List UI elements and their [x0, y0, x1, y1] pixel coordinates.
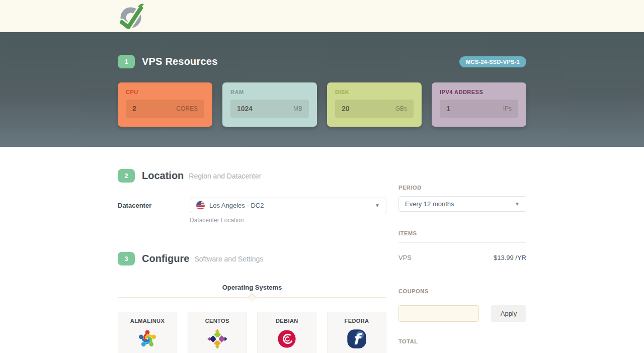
- ipv4-value: 1: [446, 105, 450, 113]
- items-label: ITEMS: [398, 230, 526, 236]
- resource-card-disk: DISK 20 GBs: [327, 82, 422, 127]
- cpu-value: 2: [132, 105, 136, 113]
- us-flag-icon: [196, 201, 205, 210]
- datacenter-helper-text: Datacenter Location: [190, 217, 386, 224]
- section-title-configure: Configure: [142, 253, 189, 264]
- resource-card-ram: RAM 1024 MB: [222, 82, 317, 127]
- step-number-1: 1: [118, 55, 135, 68]
- period-select[interactable]: Every 12 months ▼: [398, 196, 526, 212]
- debian-icon: [276, 328, 298, 350]
- datacenter-field-label: Datacenter: [118, 198, 190, 224]
- disk-gb-input[interactable]: 20 GBs: [335, 100, 414, 118]
- items-divider: [398, 242, 526, 243]
- active-tab-notch-icon: [247, 293, 256, 302]
- configure-section-header: 3 Configure Software and Settings: [118, 252, 386, 266]
- period-selected-value: Every 12 months: [405, 200, 454, 208]
- ram-mb-input[interactable]: 1024 MB: [230, 100, 309, 118]
- almalinux-icon: [136, 328, 158, 350]
- cpu-unit: CORES: [176, 105, 198, 112]
- datacenter-selected-value: Los Angeles - DC2: [209, 202, 264, 209]
- section-title-vps-resources: VPS Resources: [142, 56, 217, 67]
- ipv4-unit: IPs: [503, 105, 512, 112]
- ipv4-ips-input[interactable]: 1 IPs: [440, 100, 518, 118]
- resource-card-cpu: CPU 2 CORES: [118, 82, 212, 127]
- datacenter-select[interactable]: Los Angeles - DC2 ▼: [190, 198, 386, 213]
- plan-model-badge: MCS-24-SSD-VPS-1: [459, 56, 526, 67]
- coupon-code-input[interactable]: [398, 305, 479, 322]
- os-option-fedora[interactable]: FEDORA f: [327, 312, 386, 353]
- os-name-centos: CENTOS: [188, 318, 247, 324]
- section-subtitle-location: Region and Datacenter: [189, 172, 261, 180]
- apply-coupon-button[interactable]: Apply: [491, 305, 526, 322]
- resource-label-cpu: CPU: [126, 89, 204, 95]
- os-name-fedora: FEDORA: [328, 318, 386, 324]
- resource-label-ipv4: IPV4 ADDRESS: [440, 89, 518, 95]
- resource-label-ram: RAM: [230, 89, 309, 95]
- coupons-label: COUPONS: [398, 288, 526, 294]
- chevron-down-icon: ▼: [515, 201, 520, 207]
- period-label: PERIOD: [398, 185, 526, 191]
- vps-resources-section: 1 VPS Resources MCS-24-SSD-VPS-1 CPU 2 C…: [0, 32, 644, 147]
- order-item-price: $13.99 /YR: [494, 254, 526, 261]
- section-subtitle-configure: Software and Settings: [194, 255, 263, 263]
- centos-icon: [206, 328, 228, 350]
- chevron-down-icon: ▼: [375, 203, 380, 208]
- step-number-2: 2: [118, 169, 135, 183]
- step-number-3: 3: [118, 252, 135, 266]
- fedora-icon: f: [346, 328, 368, 350]
- order-item-name: VPS: [398, 254, 412, 261]
- os-option-debian[interactable]: DEBIAN: [257, 312, 316, 353]
- order-item-row: VPS $13.99 /YR: [398, 254, 526, 261]
- disk-value: 20: [342, 105, 350, 113]
- cpu-cores-input[interactable]: 2 CORES: [126, 100, 204, 118]
- tab-operating-systems[interactable]: Operating Systems: [118, 284, 386, 291]
- os-name-almalinux: ALMALINUX: [118, 318, 177, 324]
- company-logo[interactable]: [118, 3, 146, 29]
- ram-value: 1024: [237, 105, 253, 113]
- order-summary-panel: PERIOD Every 12 months ▼ ITEMS VPS $13.9…: [398, 147, 526, 353]
- os-option-almalinux[interactable]: ALMALINUX: [118, 312, 177, 353]
- resource-card-ipv4: IPV4 ADDRESS 1 IPs: [432, 82, 526, 127]
- tab-underline: [118, 297, 386, 298]
- section-title-location: Location: [142, 170, 184, 182]
- ram-unit: MB: [293, 105, 302, 112]
- resource-label-disk: DISK: [335, 89, 414, 95]
- total-label: TOTAL: [398, 338, 526, 344]
- top-header: [0, 0, 644, 32]
- location-section-header: 2 Location Region and Datacenter: [118, 169, 386, 183]
- os-name-debian: DEBIAN: [258, 318, 316, 324]
- os-option-centos[interactable]: CENTOS: [188, 312, 247, 353]
- disk-unit: GBs: [395, 105, 407, 112]
